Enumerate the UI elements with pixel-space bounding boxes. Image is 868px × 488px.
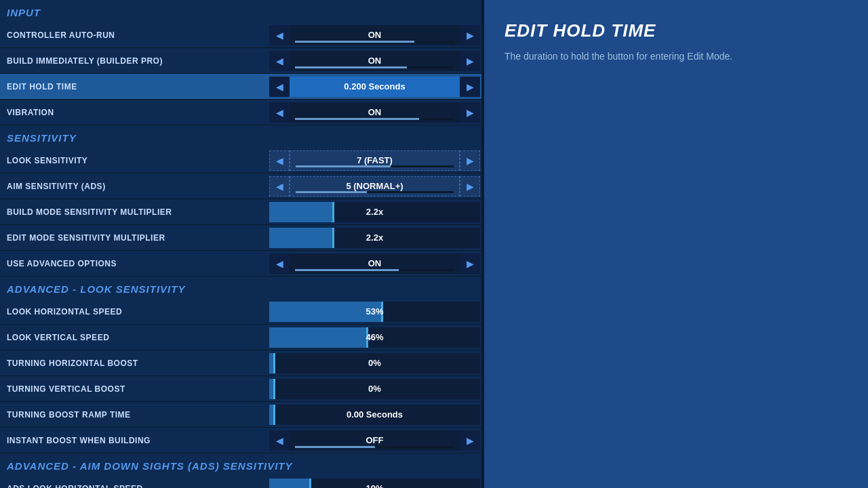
row-edit-hold-time[interactable]: EDIT HOLD TIME◀0.200 Seconds▶: [0, 74, 481, 100]
control-look-sensitivity: ◀7 (FAST)▶: [268, 148, 481, 173]
value-look-sensitivity: 7 (FAST): [290, 150, 460, 171]
row-aim-sensitivity[interactable]: AIM SENSITIVITY (ADS)◀5 (NORMAL+)▶: [0, 174, 481, 199]
value-text-vibration: ON: [368, 107, 382, 117]
progress-bar-build-mode-multiplier: 2.2x: [269, 202, 480, 222]
row-edit-mode-multiplier[interactable]: EDIT MODE SENSITIVITY MULTIPLIER2.2x: [0, 225, 481, 251]
arrow-left-edit-hold-time[interactable]: ◀: [269, 77, 290, 97]
row-ads-look-horizontal-speed[interactable]: ADS LOOK HORIZONTAL SPEED19%: [0, 476, 481, 488]
control-use-advanced-options: ◀ON▶: [268, 251, 481, 276]
value-edit-hold-time: 0.200 Seconds: [290, 77, 460, 97]
control-controller-auto-run: ◀ON▶: [268, 22, 481, 47]
arrow-left-controller-auto-run[interactable]: ◀: [269, 25, 290, 45]
label-edit-mode-multiplier: EDIT MODE SENSITIVITY MULTIPLIER: [0, 233, 268, 243]
arrow-right-build-immediately[interactable]: ▶: [460, 51, 480, 71]
value-text-edit-mode-multiplier: 2.2x: [269, 232, 480, 243]
label-use-advanced-options: USE ADVANCED OPTIONS: [0, 259, 268, 268]
value-text-use-advanced-options: ON: [368, 258, 382, 268]
row-build-mode-multiplier[interactable]: BUILD MODE SENSITIVITY MULTIPLIER2.2x: [0, 199, 481, 225]
label-turning-vertical-boost: TURNING VERTICAL BOOST: [0, 384, 268, 394]
value-vibration: ON: [290, 102, 460, 123]
control-look-horizontal-speed: 53%: [268, 299, 481, 324]
section-header-input: INPUT: [0, 0, 481, 22]
slider-track-build-immediately: [295, 66, 454, 68]
left-panel: INPUTCONTROLLER AUTO-RUN◀ON▶BUILD IMMEDI…: [0, 0, 481, 488]
progress-bar-ads-look-horizontal-speed: 19%: [269, 479, 480, 489]
control-edit-hold-time: ◀0.200 Seconds▶: [268, 74, 481, 99]
row-turning-vertical-boost[interactable]: TURNING VERTICAL BOOST0%: [0, 376, 481, 402]
arrow-left-build-immediately[interactable]: ◀: [269, 51, 290, 71]
value-text-turning-horizontal-boost: 0%: [269, 358, 480, 368]
value-text-ads-look-horizontal-speed: 19%: [269, 483, 480, 488]
value-text-edit-hold-time: 0.200 Seconds: [344, 81, 405, 92]
row-controller-auto-run[interactable]: CONTROLLER AUTO-RUN◀ON▶: [0, 22, 481, 48]
row-build-immediately[interactable]: BUILD IMMEDIATELY (BUILDER PRO)◀ON▶: [0, 48, 481, 74]
detail-title: EDIT HOLD TIME: [505, 20, 848, 41]
slider-fill-controller-auto-run: [295, 41, 414, 43]
control-look-vertical-speed: 46%: [268, 325, 481, 350]
arrow-left-aim-sensitivity[interactable]: ◀: [269, 176, 290, 197]
control-ads-look-horizontal-speed: 19%: [268, 476, 481, 488]
row-look-vertical-speed[interactable]: LOOK VERTICAL SPEED46%: [0, 325, 481, 350]
label-ads-look-horizontal-speed: ADS LOOK HORIZONTAL SPEED: [0, 484, 268, 489]
row-look-horizontal-speed[interactable]: LOOK HORIZONTAL SPEED53%: [0, 299, 481, 325]
row-turning-boost-ramp-time[interactable]: TURNING BOOST RAMP TIME0.00 Seconds: [0, 402, 481, 428]
control-turning-vertical-boost: 0%: [268, 376, 481, 401]
value-text-build-immediately: ON: [368, 56, 382, 66]
progress-bar-turning-vertical-boost: 0%: [269, 379, 480, 399]
arrow-right-use-advanced-options[interactable]: ▶: [460, 253, 480, 274]
label-build-mode-multiplier: BUILD MODE SENSITIVITY MULTIPLIER: [0, 207, 268, 217]
arrow-right-vibration[interactable]: ▶: [460, 102, 480, 123]
row-use-advanced-options[interactable]: USE ADVANCED OPTIONS◀ON▶: [0, 251, 481, 277]
slider-fill-vibration: [295, 118, 419, 120]
label-turning-horizontal-boost: TURNING HORIZONTAL BOOST: [0, 359, 268, 368]
arrow-right-look-sensitivity[interactable]: ▶: [460, 150, 480, 171]
label-look-vertical-speed: LOOK VERTICAL SPEED: [0, 333, 268, 342]
arrow-right-edit-hold-time[interactable]: ▶: [460, 77, 480, 97]
arrow-right-controller-auto-run[interactable]: ▶: [460, 25, 480, 45]
progress-bar-turning-boost-ramp-time: 0.00 Seconds: [269, 405, 480, 425]
value-build-immediately: ON: [290, 51, 460, 71]
control-build-immediately: ◀ON▶: [268, 48, 481, 73]
row-look-sensitivity[interactable]: LOOK SENSITIVITY◀7 (FAST)▶: [0, 148, 481, 174]
value-text-turning-vertical-boost: 0%: [269, 384, 480, 394]
progress-bar-look-vertical-speed: 46%: [269, 327, 480, 348]
arrow-left-vibration[interactable]: ◀: [269, 102, 290, 123]
progress-bar-turning-horizontal-boost: 0%: [269, 353, 480, 373]
slider-track-controller-auto-run: [295, 41, 454, 43]
value-text-build-mode-multiplier: 2.2x: [269, 207, 480, 217]
slider-fill-instant-boost-when-building: [295, 446, 375, 448]
arrow-right-instant-boost-when-building[interactable]: ▶: [460, 430, 480, 451]
detail-description: The duration to hold the button for ente…: [505, 49, 848, 64]
section-header-advanced-ads: ADVANCED - AIM DOWN SIGHTS (ADS) SENSITI…: [0, 453, 481, 476]
section-header-sensitivity: SENSITIVITY: [0, 125, 481, 148]
arrow-left-instant-boost-when-building[interactable]: ◀: [269, 430, 290, 451]
row-turning-horizontal-boost[interactable]: TURNING HORIZONTAL BOOST0%: [0, 350, 481, 376]
label-build-immediately: BUILD IMMEDIATELY (BUILDER PRO): [0, 56, 268, 66]
label-turning-boost-ramp-time: TURNING BOOST RAMP TIME: [0, 410, 268, 420]
label-edit-hold-time: EDIT HOLD TIME: [0, 82, 268, 92]
value-text-controller-auto-run: ON: [368, 30, 382, 40]
arrow-left-look-sensitivity[interactable]: ◀: [269, 150, 290, 171]
control-instant-boost-when-building: ◀OFF▶: [268, 428, 481, 453]
control-build-mode-multiplier: 2.2x: [268, 199, 481, 224]
value-use-advanced-options: ON: [290, 253, 460, 274]
slider-track-vibration: [295, 118, 454, 120]
slider-track-use-advanced-options: [295, 269, 454, 271]
slider-fill-use-advanced-options: [295, 269, 399, 271]
section-header-advanced-look: ADVANCED - LOOK SENSITIVITY: [0, 277, 481, 299]
arrow-left-use-advanced-options[interactable]: ◀: [269, 253, 290, 274]
progress-bar-look-horizontal-speed: 53%: [269, 302, 480, 322]
value-text-look-horizontal-speed: 53%: [269, 306, 480, 317]
control-edit-mode-multiplier: 2.2x: [268, 225, 481, 250]
value-controller-auto-run: ON: [290, 25, 460, 45]
row-vibration[interactable]: VIBRATION◀ON▶: [0, 100, 481, 125]
label-look-horizontal-speed: LOOK HORIZONTAL SPEED: [0, 307, 268, 317]
label-controller-auto-run: CONTROLLER AUTO-RUN: [0, 30, 268, 40]
label-aim-sensitivity: AIM SENSITIVITY (ADS): [0, 182, 268, 191]
arrow-right-aim-sensitivity[interactable]: ▶: [460, 176, 480, 197]
slider-track-instant-boost-when-building: [295, 446, 454, 448]
row-instant-boost-when-building[interactable]: INSTANT BOOST WHEN BUILDING◀OFF▶: [0, 428, 481, 453]
control-turning-horizontal-boost: 0%: [268, 350, 481, 375]
control-vibration: ◀ON▶: [268, 100, 481, 125]
value-text-instant-boost-when-building: OFF: [366, 435, 384, 445]
